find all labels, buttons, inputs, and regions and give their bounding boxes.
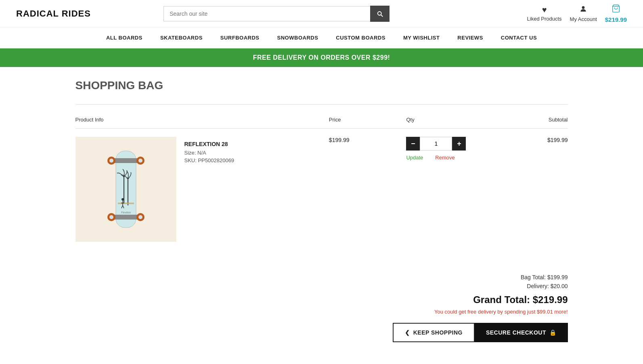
cart-amount: $219.99: [605, 16, 627, 23]
table-row: Flextion REFLEXTION 28 Size: N/A SKU: PP…: [75, 129, 568, 250]
cart-icon: [612, 4, 620, 15]
cart-table: Product Info Price Qty Subtotal: [75, 113, 568, 250]
lock-icon: 🔒: [549, 329, 557, 336]
svg-point-11: [138, 215, 142, 219]
site-logo[interactable]: RADICAL RIDES: [16, 8, 91, 19]
main-nav: ALL BOARDS SKATEBOARDS SURFBOARDS SNOWBO…: [0, 27, 643, 48]
my-account-button[interactable]: My Account: [570, 5, 597, 22]
skateboard-illustration: Flextion: [102, 143, 150, 236]
bag-total-label: Bag Total:: [521, 274, 546, 280]
nav-skateboards[interactable]: SKATEBOARDS: [151, 27, 212, 48]
svg-text:Flextion: Flextion: [121, 211, 131, 214]
qty-decrease-button[interactable]: −: [406, 137, 420, 151]
keep-shopping-button[interactable]: ❮ KEEP SHOPPING: [393, 323, 475, 342]
delivery-line: Delivery: $20.00: [75, 283, 568, 289]
qty-links: Update Remove: [406, 155, 535, 161]
product-size: Size: N/A: [184, 150, 235, 156]
update-link[interactable]: Update: [406, 155, 423, 161]
secure-checkout-button[interactable]: SECURE CHECKOUT 🔒: [475, 323, 568, 342]
grand-total-line: Grand Total: $219.99: [75, 294, 568, 305]
free-delivery-message: You could get free delivery by spending …: [75, 309, 568, 315]
col-qty: Qty: [406, 113, 535, 129]
promo-banner: FREE DELIVERY ON ORDERS OVER $299!: [0, 48, 643, 67]
nav-snowboards[interactable]: SNOWBOARDS: [268, 27, 327, 48]
cart-button[interactable]: $219.99: [605, 4, 627, 23]
product-details: REFLEXTION 28 Size: N/A SKU: PP500282006…: [184, 137, 235, 165]
bag-total-value: $199.99: [547, 274, 568, 280]
search-button[interactable]: [370, 6, 390, 22]
qty-cell: − + Update Remove: [406, 129, 535, 250]
search-icon: [376, 10, 383, 17]
page-title: SHOPPING BAG: [75, 79, 568, 92]
grand-total-label: Grand Total:: [473, 294, 530, 305]
qty-increase-button[interactable]: +: [452, 137, 466, 151]
keep-shopping-label: KEEP SHOPPING: [413, 329, 463, 336]
remove-link[interactable]: Remove: [435, 155, 454, 161]
svg-point-15: [121, 198, 124, 201]
nav-all-boards[interactable]: ALL BOARDS: [97, 27, 151, 48]
action-buttons: ❮ KEEP SHOPPING SECURE CHECKOUT 🔒: [75, 323, 568, 342]
search-wrapper: [163, 6, 390, 22]
col-product: Product Info: [75, 113, 329, 129]
nav-contact-us[interactable]: CONTACT US: [492, 27, 546, 48]
col-subtotal: Subtotal: [535, 113, 568, 129]
qty-input[interactable]: [420, 137, 452, 151]
col-price: Price: [329, 113, 406, 129]
nav-my-wishlist[interactable]: MY WISHLIST: [394, 27, 448, 48]
bag-total-line: Bag Total: $199.99: [75, 274, 568, 280]
item-price: $199.99: [329, 129, 406, 250]
nav-surfboards[interactable]: SURFBOARDS: [212, 27, 268, 48]
my-account-label: My Account: [570, 16, 597, 22]
promo-text: FREE DELIVERY ON ORDERS OVER $299!: [253, 54, 390, 61]
nav-custom-boards[interactable]: CUSTOM BOARDS: [327, 27, 394, 48]
delivery-value: $20.00: [551, 283, 568, 289]
order-summary: Bag Total: $199.99 Delivery: $20.00 Gran…: [75, 266, 568, 342]
liked-products-button[interactable]: ♥ Liked Products: [527, 5, 562, 22]
product-sku: SKU: PP5002820069: [184, 157, 235, 163]
svg-rect-14: [118, 203, 134, 204]
liked-products-label: Liked Products: [527, 16, 562, 22]
grand-total-value: $219.99: [533, 294, 568, 305]
divider: [75, 104, 568, 105]
account-icon: [579, 5, 587, 15]
back-arrow-icon: ❮: [405, 329, 410, 336]
product-image: Flextion: [75, 137, 176, 242]
product-cell: Flextion REFLEXTION 28 Size: N/A SKU: PP…: [75, 129, 329, 250]
heart-icon: ♥: [542, 5, 547, 15]
item-subtotal: $199.99: [535, 129, 568, 250]
header: RADICAL RIDES ♥ Liked Products My Accoun…: [0, 0, 643, 27]
main-content: SHOPPING BAG Product Info Price Qty Subt…: [59, 67, 584, 364]
product-name: REFLEXTION 28: [184, 141, 235, 147]
search-input[interactable]: [163, 6, 370, 21]
nav-reviews[interactable]: REVIEWS: [448, 27, 492, 48]
secure-checkout-label: SECURE CHECKOUT: [486, 329, 546, 336]
svg-point-7: [138, 159, 142, 163]
svg-point-5: [109, 159, 113, 163]
svg-point-0: [582, 6, 585, 9]
svg-point-9: [109, 215, 113, 219]
qty-controls: − +: [406, 137, 535, 151]
header-actions: ♥ Liked Products My Account $219.99: [527, 4, 627, 23]
delivery-label: Delivery:: [527, 283, 549, 289]
